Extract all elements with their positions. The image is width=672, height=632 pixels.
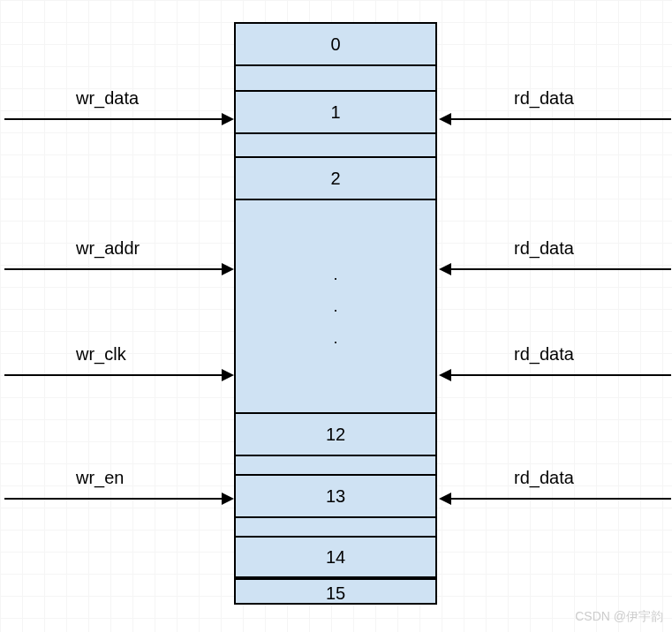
watermark: CSDN @伊宇韵 xyxy=(575,609,663,625)
label-rd-data-3: rd_data xyxy=(514,468,574,488)
label-wr-addr: wr_addr xyxy=(76,238,140,259)
memory-cell-15: 15 xyxy=(236,578,435,606)
label-rd-data-0: rd_data xyxy=(514,88,574,109)
memory-cell-12: 12 xyxy=(236,412,435,456)
memory-cell-2: 2 xyxy=(236,156,435,200)
memory-block: 0 1 2 ... 12 13 14 15 xyxy=(234,22,437,605)
label-rd-data-1: rd_data xyxy=(514,238,574,259)
memory-cell-14: 14 xyxy=(236,536,435,578)
memory-ellipsis-area: ... xyxy=(236,200,435,412)
memory-cell-1: 1 xyxy=(236,90,435,134)
label-wr-clk: wr_clk xyxy=(76,344,126,365)
label-wr-en: wr_en xyxy=(76,468,124,488)
memory-cell-13: 13 xyxy=(236,474,435,518)
label-wr-data: wr_data xyxy=(76,88,139,109)
memory-cell-0: 0 xyxy=(236,24,435,66)
label-rd-data-2: rd_data xyxy=(514,344,574,365)
ellipsis: ... xyxy=(333,259,337,354)
